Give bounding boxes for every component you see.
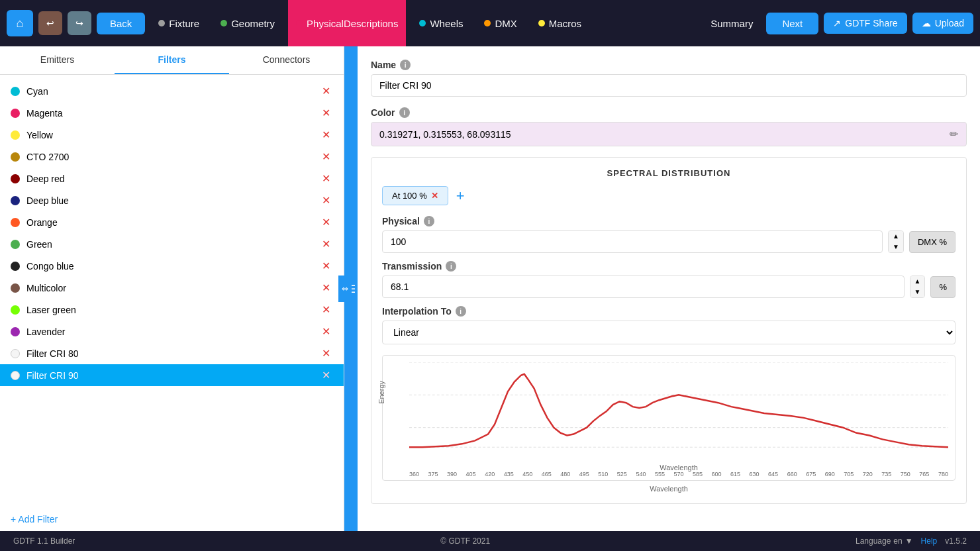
- summary-link[interactable]: Summary: [703, 18, 761, 29]
- home-button[interactable]: ⌂: [7, 10, 33, 36]
- filter-delete-button[interactable]: ✕: [319, 238, 333, 250]
- chart-svg: 0.08 0.04 0: [409, 362, 948, 460]
- dmx-pct-button[interactable]: DMX %: [909, 231, 956, 253]
- transmission-spinner-down[interactable]: ▼: [910, 287, 925, 297]
- tab-dmx[interactable]: DMX: [476, 0, 524, 46]
- filter-item[interactable]: CTO 2700✕: [0, 146, 344, 168]
- physical-spinner[interactable]: ▲ ▼: [888, 230, 904, 253]
- filter-color-dot: [11, 196, 20, 205]
- filter-item[interactable]: Magenta✕: [0, 102, 344, 124]
- back-button[interactable]: Back: [97, 13, 145, 34]
- tab-wheels[interactable]: Wheels: [411, 0, 471, 46]
- tab-physical-label: PhysicalDescriptions: [307, 18, 398, 29]
- interpolation-select[interactable]: Linear Step Cubic: [382, 321, 956, 344]
- physical-info-icon[interactable]: i: [424, 216, 434, 226]
- undo-button[interactable]: ↩: [38, 11, 62, 35]
- spectral-section: SPECTRAL DISTRIBUTION At 100 % ✕ + Physi…: [371, 157, 967, 504]
- pct-button[interactable]: %: [930, 276, 956, 298]
- filter-name-label: Cyan: [26, 86, 319, 97]
- filter-delete-button[interactable]: ✕: [319, 107, 333, 119]
- filter-item[interactable]: Deep blue✕: [0, 189, 344, 211]
- filter-item[interactable]: Congo blue✕: [0, 255, 344, 277]
- transmission-spinner[interactable]: ▲ ▼: [910, 276, 926, 298]
- name-label: Name i: [371, 60, 967, 70]
- footer-language[interactable]: Language en ▼: [856, 536, 913, 546]
- transmission-info-icon[interactable]: i: [446, 261, 456, 272]
- filter-item[interactable]: Filter CRI 80✕: [0, 342, 344, 364]
- tab-fixture[interactable]: Fixture: [150, 0, 207, 46]
- filter-item[interactable]: Orange✕: [0, 211, 344, 233]
- filter-delete-button[interactable]: ✕: [319, 194, 333, 207]
- filter-color-dot: [11, 174, 20, 183]
- filter-delete-button[interactable]: ✕: [319, 216, 333, 228]
- physical-label: Physical i: [382, 216, 956, 226]
- physical-input[interactable]: [382, 230, 883, 253]
- redo-button[interactable]: ↪: [68, 11, 91, 35]
- filter-delete-button[interactable]: ✕: [319, 325, 333, 338]
- tab-connectors[interactable]: Connectors: [229, 46, 344, 74]
- filter-delete-button[interactable]: ✕: [319, 303, 333, 316]
- tab-wheels-label: Wheels: [430, 18, 463, 29]
- right-panel: Name i Color i 0.319271, 0.315553, 68.09…: [358, 46, 980, 531]
- filter-name-label: Green: [26, 239, 319, 250]
- filter-delete-button[interactable]: ✕: [319, 260, 333, 272]
- interpolation-info-icon[interactable]: i: [456, 306, 466, 317]
- collapse-handle[interactable]: ⇔: [338, 276, 352, 302]
- dmx-dot: [484, 20, 491, 26]
- filter-delete-button[interactable]: ✕: [319, 281, 333, 294]
- filter-item[interactable]: Multicolor✕: [0, 277, 344, 299]
- spectral-tab-label: At 100 %: [392, 191, 427, 201]
- spectral-add-button[interactable]: +: [454, 187, 467, 205]
- filter-item[interactable]: Laser green✕: [0, 299, 344, 321]
- chart-y-label: Energy: [377, 381, 385, 404]
- tab-macros[interactable]: Macros: [530, 0, 589, 46]
- filter-item[interactable]: Filter CRI 90✕: [0, 364, 344, 386]
- tab-geometry-label: Geometry: [231, 18, 275, 29]
- name-info-icon[interactable]: i: [400, 60, 411, 70]
- filter-item[interactable]: Lavender✕: [0, 321, 344, 342]
- tab-filters[interactable]: Filters: [115, 46, 229, 74]
- filter-name-label: Yellow: [26, 130, 319, 140]
- color-info-icon[interactable]: i: [399, 107, 410, 118]
- filter-delete-button[interactable]: ✕: [319, 172, 333, 185]
- filter-item[interactable]: Deep red✕: [0, 168, 344, 189]
- filter-item[interactable]: Yellow✕: [0, 124, 344, 146]
- filter-color-dot: [11, 371, 20, 380]
- spectral-title: SPECTRAL DISTRIBUTION: [382, 168, 956, 178]
- filter-color-dot: [11, 218, 20, 227]
- add-filter-button[interactable]: + Add Filter: [0, 507, 344, 531]
- fixture-dot: [158, 20, 165, 26]
- filter-item[interactable]: Cyan✕: [0, 80, 344, 102]
- filter-color-dot: [11, 305, 20, 315]
- main-layout: Emitters Filters Connectors Cyan✕Magenta…: [0, 46, 980, 531]
- upload-button[interactable]: ☁ Upload: [912, 13, 973, 34]
- filter-item[interactable]: Green✕: [0, 233, 344, 255]
- tab-physical[interactable]: PhysicalDescriptions: [288, 0, 406, 46]
- transmission-input[interactable]: [382, 276, 905, 298]
- filter-name-label: CTO 2700: [26, 152, 319, 162]
- filter-name-label: Lavender: [26, 326, 319, 337]
- next-button[interactable]: Next: [766, 13, 818, 34]
- left-panel: Emitters Filters Connectors Cyan✕Magenta…: [0, 46, 344, 531]
- name-input[interactable]: [371, 74, 967, 97]
- physical-spinner-down[interactable]: ▼: [889, 242, 903, 252]
- filter-name-label: Deep blue: [26, 195, 319, 206]
- transmission-spinner-up[interactable]: ▲: [910, 276, 925, 287]
- filter-name-label: Magenta: [26, 108, 319, 119]
- color-edit-button[interactable]: ✏: [950, 128, 958, 140]
- filter-color-dot: [11, 130, 20, 140]
- footer-help-link[interactable]: Help: [921, 536, 938, 546]
- tab-geometry[interactable]: Geometry: [213, 0, 283, 46]
- filter-delete-button[interactable]: ✕: [319, 369, 333, 381]
- spectral-tab-100[interactable]: At 100 % ✕: [382, 186, 448, 205]
- filter-delete-button[interactable]: ✕: [319, 347, 333, 360]
- footer: GDTF 1.1 Builder © GDTF 2021 Language en…: [0, 531, 980, 551]
- filter-delete-button[interactable]: ✕: [319, 150, 333, 163]
- physical-spinner-up[interactable]: ▲: [889, 231, 903, 242]
- tab-emitters[interactable]: Emitters: [0, 46, 115, 74]
- filter-delete-button[interactable]: ✕: [319, 128, 333, 141]
- gdtf-share-button[interactable]: ↗ GDTF Share: [824, 13, 906, 34]
- geometry-dot: [220, 20, 227, 26]
- spectral-tab-close[interactable]: ✕: [431, 191, 438, 201]
- filter-delete-button[interactable]: ✕: [319, 85, 333, 97]
